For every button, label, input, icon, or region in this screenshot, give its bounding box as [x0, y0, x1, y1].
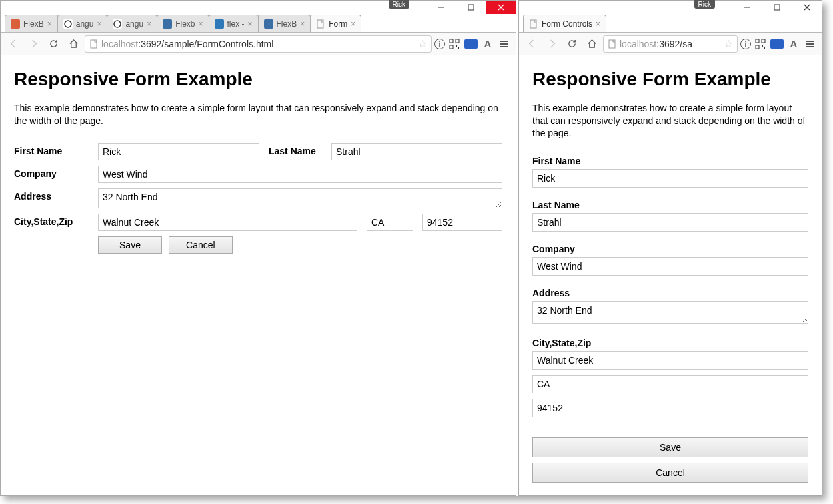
- tab[interactable]: angu×: [57, 15, 108, 32]
- form: First Name Last Name Company Address 32 …: [532, 156, 808, 488]
- svg-rect-24: [756, 45, 759, 49]
- page-content: Responsive Form Example This example dem…: [519, 55, 822, 495]
- tab[interactable]: Form×: [310, 15, 361, 32]
- home-button[interactable]: [583, 35, 600, 53]
- menu-icon[interactable]: [497, 37, 512, 51]
- minimize-button[interactable]: [426, 1, 456, 14]
- url-text: localhost:3692/sample/FormControls.html: [101, 39, 415, 49]
- forward-button[interactable]: [543, 35, 560, 53]
- svg-rect-21: [609, 40, 615, 48]
- page-title: Responsive Form Example: [532, 69, 808, 90]
- address-textarea[interactable]: 32 North End: [98, 188, 502, 208]
- tab-close-icon[interactable]: ×: [248, 19, 253, 29]
- maximize-button[interactable]: [762, 1, 792, 14]
- tab-title: FlexB: [23, 19, 44, 29]
- tab[interactable]: flex -×: [209, 15, 259, 32]
- close-button[interactable]: [792, 1, 822, 14]
- tab[interactable]: FlexB×: [258, 15, 311, 32]
- last-name-label: Last Name: [269, 143, 322, 156]
- address-bar[interactable]: localhost:3692/sample/FormControls.html …: [85, 35, 432, 53]
- cancel-button[interactable]: Cancel: [532, 463, 808, 483]
- favicon-icon: [113, 19, 122, 29]
- tab-close-icon[interactable]: ×: [351, 19, 355, 29]
- tab[interactable]: Flexb×: [157, 15, 209, 32]
- home-button[interactable]: [65, 35, 82, 53]
- tab-close-icon[interactable]: ×: [47, 19, 52, 29]
- svg-rect-9: [456, 39, 459, 43]
- info-icon[interactable]: i: [434, 39, 445, 49]
- tab-title: FlexB: [277, 19, 297, 29]
- company-label: Company: [14, 166, 89, 179]
- qr-icon[interactable]: [753, 37, 768, 51]
- browser-toolbar: localhost:3692/sa ☆ i A: [519, 33, 822, 55]
- tab[interactable]: angu×: [107, 15, 157, 32]
- svg-rect-6: [317, 20, 323, 28]
- save-button[interactable]: Save: [532, 437, 808, 457]
- back-button[interactable]: [5, 35, 22, 53]
- favicon-icon: [316, 19, 325, 29]
- minimize-button[interactable]: [732, 1, 762, 14]
- favicon-icon: [163, 19, 172, 29]
- tab-close-icon[interactable]: ×: [147, 19, 151, 29]
- zip-input[interactable]: [422, 214, 502, 231]
- angular-icon[interactable]: A: [480, 37, 495, 51]
- last-name-input[interactable]: [532, 213, 808, 232]
- address-textarea[interactable]: 32 North End: [532, 301, 808, 324]
- bookmark-star-icon[interactable]: ☆: [724, 37, 733, 50]
- page-icon: [89, 39, 99, 49]
- svg-point-5: [114, 21, 121, 27]
- tab-form-controls[interactable]: Form Controls ×: [523, 15, 606, 32]
- address-bar[interactable]: localhost:3692/sa ☆: [603, 35, 738, 53]
- tab[interactable]: FlexB×: [5, 15, 58, 32]
- qr-icon[interactable]: [447, 37, 462, 51]
- favicon-icon: [215, 19, 224, 29]
- favicon-icon: [11, 19, 20, 29]
- city-state-zip-label: City,State,Zip: [532, 338, 808, 348]
- tab-title: Flexb: [175, 19, 195, 29]
- svg-rect-11: [456, 45, 457, 47]
- bookmark-star-icon[interactable]: ☆: [418, 37, 427, 50]
- tab-close-icon[interactable]: ×: [198, 19, 203, 29]
- svg-rect-23: [762, 39, 765, 43]
- save-button[interactable]: Save: [98, 236, 162, 254]
- city-input[interactable]: [98, 214, 357, 231]
- back-button[interactable]: [523, 35, 540, 53]
- maximize-button[interactable]: [456, 1, 486, 14]
- tab-title: flex -: [227, 19, 245, 29]
- first-name-input[interactable]: [98, 143, 259, 160]
- tab-close-icon[interactable]: ×: [97, 19, 101, 29]
- company-input[interactable]: [98, 166, 502, 183]
- ext-blue-icon[interactable]: [770, 37, 784, 51]
- first-name-input[interactable]: [532, 169, 808, 188]
- tab-title: Form: [329, 19, 347, 29]
- last-name-label: Last Name: [532, 200, 808, 210]
- svg-rect-1: [468, 5, 474, 10]
- svg-rect-20: [530, 20, 536, 28]
- state-input[interactable]: [367, 214, 413, 231]
- reload-button[interactable]: [563, 35, 580, 53]
- svg-rect-7: [91, 40, 97, 48]
- last-name-input[interactable]: [331, 143, 502, 160]
- city-input[interactable]: [532, 351, 808, 370]
- cancel-button[interactable]: Cancel: [169, 236, 233, 254]
- info-icon[interactable]: i: [740, 39, 751, 49]
- tab-title: angu: [76, 19, 94, 29]
- reload-button[interactable]: [45, 35, 62, 53]
- zip-input[interactable]: [532, 399, 808, 417]
- svg-rect-25: [762, 45, 763, 47]
- forward-button[interactable]: [25, 35, 42, 53]
- state-input[interactable]: [532, 375, 808, 393]
- company-input[interactable]: [532, 257, 808, 276]
- favicon-icon: [264, 19, 273, 29]
- menu-icon[interactable]: [803, 37, 818, 51]
- tab-close-icon[interactable]: ×: [596, 19, 600, 29]
- ext-blue-icon[interactable]: [464, 37, 478, 51]
- close-button[interactable]: [486, 1, 516, 14]
- angular-icon[interactable]: A: [786, 37, 801, 51]
- svg-rect-8: [450, 39, 453, 43]
- user-badge: Rick: [694, 0, 715, 9]
- tab-close-icon[interactable]: ×: [300, 19, 305, 29]
- page-icon: [608, 39, 617, 49]
- address-label: Address: [532, 288, 808, 298]
- svg-rect-17: [774, 5, 780, 10]
